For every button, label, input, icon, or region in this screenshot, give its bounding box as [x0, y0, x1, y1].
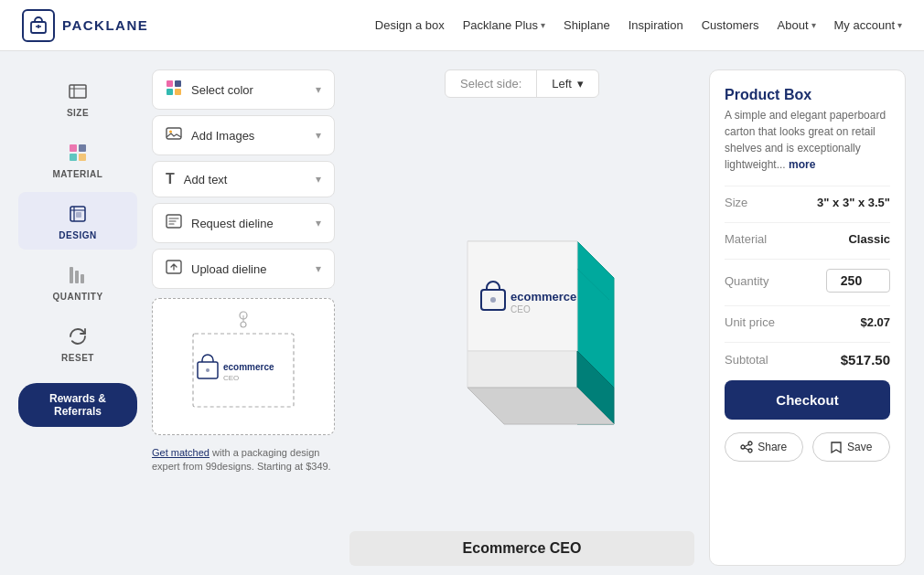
design-panel: Select color ▾ Add Images ▾ T Add tex: [152, 69, 335, 566]
request-dieline-option[interactable]: Request dieline ▾: [152, 203, 335, 243]
svg-rect-7: [76, 212, 81, 218]
chevron-down-icon: ▾: [316, 173, 321, 186]
svg-rect-3: [79, 144, 86, 152]
sidebar-item-size[interactable]: SIZE: [18, 69, 137, 127]
chevron-down-icon: ▾: [811, 20, 816, 30]
svg-rect-9: [75, 271, 79, 283]
nav-about[interactable]: About ▾: [778, 18, 816, 32]
sidebar-item-reset[interactable]: RESET: [18, 314, 137, 372]
select-side-dropdown[interactable]: Left ▾: [537, 70, 598, 97]
quantity-icon: [65, 262, 91, 288]
sidebar-item-design[interactable]: DESIGN: [18, 192, 137, 250]
checkout-button[interactable]: Checkout: [725, 380, 890, 420]
get-matched-text: Get matched with a packaging design expe…: [152, 446, 335, 474]
product-name-bar: Ecommerce CEO: [349, 531, 694, 566]
get-matched-link[interactable]: Get matched: [152, 447, 210, 458]
chevron-down-icon: ▾: [577, 77, 584, 91]
svg-rect-1: [70, 85, 86, 98]
chevron-down-icon: ▾: [316, 262, 321, 275]
share-button[interactable]: Share: [725, 432, 803, 462]
svg-rect-8: [70, 267, 73, 283]
design-preview: ecommerce CEO: [152, 298, 335, 435]
svg-point-16: [169, 131, 172, 133]
navbar: PACKLANE Design a box Packlane Plus ▾ Sh…: [0, 0, 924, 51]
svg-rect-5: [79, 154, 86, 161]
save-button[interactable]: Save: [812, 432, 891, 462]
svg-rect-4: [70, 154, 77, 161]
select-side-label: Select side:: [446, 70, 537, 97]
reset-icon: [65, 324, 91, 349]
nav-inspiration[interactable]: Inspiration: [629, 18, 683, 32]
product-box-3d: ecommerce CEO: [394, 186, 650, 442]
add-text-option[interactable]: T Add text ▾: [152, 161, 335, 197]
material-icon: [65, 140, 91, 165]
dieline-icon: [166, 213, 182, 233]
svg-rect-11: [167, 80, 173, 87]
text-icon: T: [166, 171, 175, 187]
main-content: SIZE MATERIAL DESIGN: [0, 51, 924, 575]
sidebar-item-material[interactable]: MATERIAL: [18, 131, 137, 188]
chevron-down-icon: ▾: [897, 20, 902, 30]
nav-shiplane[interactable]: Shiplane: [564, 18, 610, 32]
right-panel: Product Box A simple and elegant paperbo…: [709, 69, 906, 566]
logo-icon: [22, 9, 55, 42]
logo-text: PACKLANE: [62, 17, 148, 33]
center-area: Select side: Left ▾: [349, 69, 694, 566]
spec-row-material: Material Classic: [725, 222, 890, 246]
svg-rect-2: [70, 144, 77, 152]
rewards-button[interactable]: Rewards & Referrals: [18, 383, 137, 427]
nav-my-account[interactable]: My account ▾: [834, 18, 902, 32]
nav-customers[interactable]: Customers: [702, 18, 759, 32]
nav-design-a-box[interactable]: Design a box: [375, 18, 445, 32]
svg-rect-12: [175, 80, 181, 87]
select-side-bar: Select side: Left ▾: [445, 69, 599, 98]
more-link[interactable]: more: [789, 158, 815, 171]
product-description: A simple and elegant paperboard carton t…: [725, 107, 890, 173]
chevron-down-icon: ▾: [316, 129, 321, 142]
chevron-down-icon: ▾: [541, 20, 545, 30]
svg-text:CEO: CEO: [510, 304, 531, 314]
upload-dieline-option[interactable]: Upload dieline ▾: [152, 249, 335, 289]
svg-rect-13: [167, 89, 173, 95]
nav-packlane-plus[interactable]: Packlane Plus ▾: [463, 18, 545, 32]
product-title: Product Box: [725, 87, 890, 103]
svg-point-21: [241, 322, 246, 327]
svg-rect-14: [175, 89, 181, 95]
svg-text:CEO: CEO: [223, 374, 239, 382]
image-icon: [166, 125, 182, 145]
chevron-down-icon: ▾: [316, 83, 321, 96]
sidebar-item-quantity[interactable]: QUANTITY: [18, 253, 137, 311]
share-icon: [740, 441, 753, 453]
svg-rect-15: [167, 128, 181, 139]
design-icon: [65, 201, 91, 227]
svg-point-24: [206, 368, 210, 372]
add-images-option[interactable]: Add Images ▾: [152, 115, 335, 155]
nav-links: Design a box Packlane Plus ▾ Shiplane In…: [375, 18, 902, 32]
bookmark-icon: [830, 441, 843, 453]
color-icon: [166, 80, 182, 100]
svg-rect-10: [81, 274, 84, 283]
action-row: Share Save: [725, 432, 890, 462]
size-icon: [65, 79, 91, 104]
quantity-input[interactable]: [826, 269, 890, 293]
spec-row-size: Size 3" x 3" x 3.5": [725, 186, 890, 209]
spec-row-unit-price: Unit price $2.07: [725, 305, 890, 329]
svg-text:ecommerce: ecommerce: [223, 362, 274, 372]
chevron-down-icon: ▾: [316, 217, 321, 229]
svg-point-34: [490, 297, 496, 303]
subtotal-row: Subtotal $517.50: [725, 342, 890, 367]
logo-area: PACKLANE: [22, 9, 148, 42]
box-3d-container: ecommerce CEO: [349, 109, 694, 520]
spec-row-quantity: Quantity: [725, 259, 890, 293]
svg-marker-30: [467, 351, 577, 388]
left-sidebar: SIZE MATERIAL DESIGN: [18, 69, 137, 566]
svg-text:ecommerce: ecommerce: [510, 290, 576, 303]
upload-icon: [166, 259, 182, 279]
select-color-option[interactable]: Select color ▾: [152, 69, 335, 110]
